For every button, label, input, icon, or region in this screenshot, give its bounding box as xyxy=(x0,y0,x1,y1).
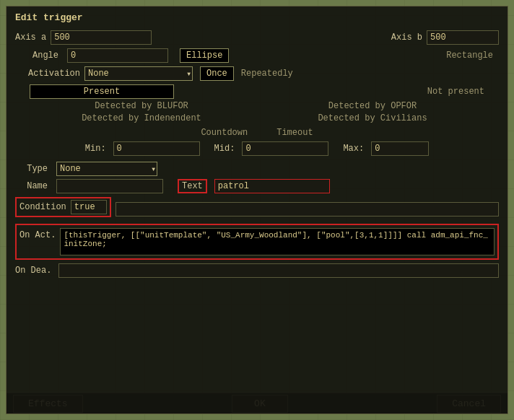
condition-row: Condition xyxy=(15,197,499,221)
condition-input[interactable] xyxy=(71,200,107,214)
dialog-title: Edit trigger xyxy=(15,12,499,23)
detected-row2: Detected by Indenendent Detected by Civi… xyxy=(15,113,499,123)
type-name-text-section: Type None Name Text xyxy=(15,162,499,193)
max-input[interactable] xyxy=(371,141,429,156)
text-input[interactable] xyxy=(214,179,330,193)
angle-group: Angle Ellipse xyxy=(15,48,229,63)
detected-civilians-button[interactable]: Detected by Civilians xyxy=(261,113,484,123)
text-label: Text xyxy=(178,179,207,193)
axis-b-input[interactable] xyxy=(427,30,499,45)
not-present-button[interactable]: Not present xyxy=(427,87,484,97)
activation-select[interactable]: None xyxy=(84,66,193,81)
countdown-timeout-row: Countdown Timeout xyxy=(15,128,499,138)
on-act-label: On Act. xyxy=(19,230,56,240)
on-act-inner: On Act. [thisTrigger, [["unitTemplate", … xyxy=(19,228,495,255)
edit-trigger-dialog: Edit trigger Axis a Axis b Angle Ellipse… xyxy=(6,6,508,414)
axis-b-label: Axis b xyxy=(391,32,422,43)
on-dea-label: On Dea. xyxy=(15,266,51,276)
on-dea-row: On Dea. xyxy=(15,263,499,278)
type-select[interactable]: None xyxy=(56,162,157,176)
text-group: Text xyxy=(178,179,330,193)
condition-extra-input[interactable] xyxy=(116,202,499,216)
min-mid-max-row: Min: Mid: Max: xyxy=(15,141,499,156)
on-dea-input[interactable] xyxy=(58,263,499,278)
activation-row: Activation None Once Repeatedly xyxy=(15,66,499,81)
axis-a-input[interactable] xyxy=(51,30,152,45)
present-button[interactable]: Present xyxy=(30,84,174,99)
detected-blufor-button[interactable]: Detected by BLUFOR xyxy=(30,101,253,111)
name-row: Name xyxy=(15,179,163,193)
type-name-group: Type None Name xyxy=(15,162,163,193)
detected-row: Detected by BLUFOR Detected by OPFOR xyxy=(15,101,499,111)
mid-input[interactable] xyxy=(242,141,328,156)
mid-label: Mid: xyxy=(214,144,235,154)
condition-box: Condition xyxy=(15,197,111,217)
condition-label: Condition xyxy=(19,202,66,212)
axis-a-group: Axis a xyxy=(15,30,152,45)
name-label: Name xyxy=(15,181,48,191)
angle-label: Angle xyxy=(15,51,58,61)
timeout-button[interactable]: Timeout xyxy=(276,128,313,138)
detected-independent-button[interactable]: Detected by Indenendent xyxy=(30,113,253,123)
ellipse-button[interactable]: Ellipse xyxy=(180,48,229,63)
min-label: Min: xyxy=(85,144,106,154)
type-row: Type None xyxy=(15,162,163,176)
rectangle-button[interactable]: Rectangle xyxy=(440,49,499,62)
rectangle-group: Rectangle xyxy=(440,49,499,62)
countdown-button[interactable]: Countdown xyxy=(201,128,248,138)
max-label: Max: xyxy=(343,144,364,154)
once-button[interactable]: Once xyxy=(200,66,234,81)
on-act-input[interactable]: [thisTrigger, [["unitTemplate", "US_Army… xyxy=(60,228,495,255)
min-input[interactable] xyxy=(113,141,200,156)
type-label: Type xyxy=(15,164,48,174)
angle-row: Angle Ellipse Rectangle xyxy=(15,48,499,63)
angle-input[interactable] xyxy=(67,48,168,63)
detected-opfor-button[interactable]: Detected by OPFOR xyxy=(261,101,484,111)
name-input[interactable] xyxy=(56,179,163,193)
on-act-box: On Act. [thisTrigger, [["unitTemplate", … xyxy=(15,224,499,260)
axis-a-label: Axis a xyxy=(15,32,46,43)
axis-b-group: Axis b xyxy=(391,30,499,45)
activation-label: Activation xyxy=(15,69,80,79)
axis-row: Axis a Axis b xyxy=(15,30,499,45)
repeatedly-button[interactable]: Repeatedly xyxy=(241,69,293,79)
presence-row: Present Not present xyxy=(15,84,499,99)
